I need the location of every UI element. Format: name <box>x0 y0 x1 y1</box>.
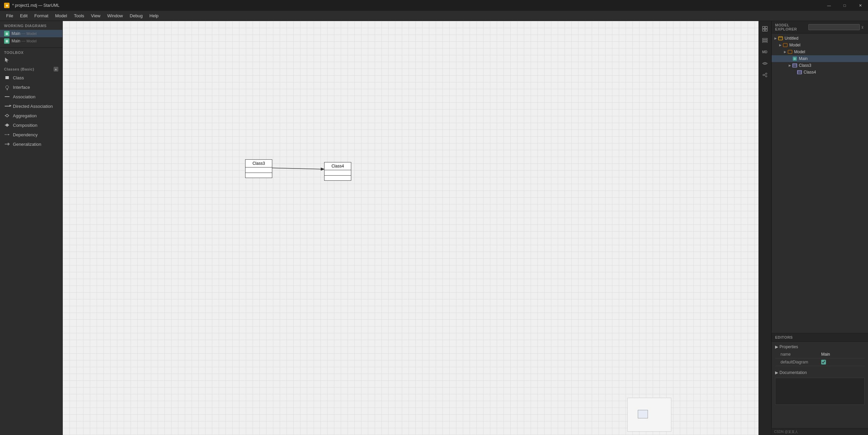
menu-window[interactable]: Window <box>104 12 126 20</box>
aggregation-icon <box>4 113 10 119</box>
diagram-icon-2: ▦ <box>4 38 9 44</box>
property-row-name: name Main <box>775 351 865 358</box>
svg-rect-24 <box>778 37 783 40</box>
tool-directed-association[interactable]: Directed Association <box>0 101 62 111</box>
layers-icon-btn[interactable] <box>760 35 770 45</box>
svg-rect-30 <box>793 64 797 67</box>
right-sidebar: MODEL EXPLORER ⊻ ▶ Untitled <box>771 21 868 435</box>
documentation-title[interactable]: ▶ Documentation <box>775 369 865 376</box>
svg-rect-13 <box>763 29 765 31</box>
menu-format[interactable]: Format <box>31 12 52 20</box>
editors-panel: EDITORS ▶ Properties name Main defaultDi… <box>772 333 868 435</box>
properties-section: ▶ Properties name Main defaultDiagram <box>772 342 868 368</box>
tool-generalization[interactable]: Generalization <box>0 139 62 149</box>
close-button[interactable]: ✕ <box>852 0 868 11</box>
classes-basic-label: Classes (Basic) <box>4 67 34 71</box>
canvas[interactable]: Class3 Class4 <box>63 21 771 435</box>
explorer-search-input[interactable] <box>808 24 860 30</box>
window-controls: — □ ✕ <box>821 0 868 11</box>
tool-aggregation[interactable]: Aggregation <box>0 111 62 120</box>
tree-node-class4[interactable]: ▶ Class4 <box>772 69 868 76</box>
properties-arrow: ▶ <box>775 344 778 349</box>
tree-node-main[interactable]: ▶ D Main <box>772 55 868 62</box>
menubar: File Edit Format Model Tools View Window… <box>0 11 868 21</box>
minimap[interactable] <box>627 398 671 432</box>
toolbox-panel: TOOLBOX Classes (Basic) ▲ <box>0 48 62 435</box>
minimap-indicator <box>638 410 648 418</box>
tool-association[interactable]: Association <box>0 92 62 101</box>
diagram-item-main2[interactable]: ▦ Main — Model <box>0 37 62 45</box>
svg-marker-3 <box>5 124 9 126</box>
cursor-tool[interactable] <box>0 56 62 64</box>
tool-composition[interactable]: Composition <box>0 120 62 130</box>
tool-association-label: Association <box>13 94 35 99</box>
composition-icon <box>4 122 10 128</box>
tree-node-untitled[interactable]: ▶ Untitled <box>772 35 868 42</box>
menu-model[interactable]: Model <box>52 12 71 20</box>
name-property-value: Main <box>821 352 865 357</box>
menu-help[interactable]: Help <box>146 12 162 20</box>
cursor-icon <box>4 57 9 63</box>
svg-rect-16 <box>763 40 767 41</box>
property-row-default-diagram: defaultDiagram <box>775 358 865 366</box>
untitled-label: Untitled <box>785 36 798 41</box>
puzzle-icon-btn[interactable] <box>760 24 770 34</box>
menu-tools[interactable]: Tools <box>71 12 87 20</box>
titlebar: ★ * project1.mdj — StarUML — □ ✕ <box>0 0 868 11</box>
svg-rect-14 <box>765 29 767 31</box>
default-diagram-checkbox[interactable] <box>821 360 826 364</box>
main-label: Main <box>799 56 808 61</box>
documentation-label: Documentation <box>780 370 807 375</box>
uml-class-class4[interactable]: Class4 <box>324 162 351 181</box>
svg-marker-6 <box>8 134 9 135</box>
arrow-untitled: ▶ <box>773 36 778 41</box>
class4-label: Class4 <box>804 70 816 75</box>
collapse-button[interactable]: ▲ <box>54 67 58 72</box>
generalization-icon <box>4 141 10 147</box>
minimize-button[interactable]: — <box>821 0 837 11</box>
menu-file[interactable]: File <box>3 12 17 20</box>
working-diagrams-header: WORKING DIAGRAMS <box>0 21 62 30</box>
main-layout: WORKING DIAGRAMS ▦ Main — Model ▦ Main —… <box>0 21 868 435</box>
uml-class-class3[interactable]: Class3 <box>245 159 272 178</box>
statusbar: CSDN @某某人 <box>771 428 868 435</box>
documentation-arrow: ▶ <box>775 370 778 375</box>
share-icon-btn[interactable] <box>760 70 770 80</box>
maximize-button[interactable]: □ <box>837 0 852 11</box>
class3-methods <box>245 173 272 178</box>
properties-title[interactable]: ▶ Properties <box>775 343 865 351</box>
tree-node-model-sub[interactable]: ▶ Model <box>772 48 868 55</box>
dependency-icon <box>4 132 10 138</box>
svg-rect-17 <box>763 42 767 43</box>
diagram-item-main1[interactable]: ▦ Main — Model <box>0 30 62 37</box>
tool-aggregation-label: Aggregation <box>13 113 37 118</box>
explorer-expand-btn[interactable]: ⊻ <box>860 25 865 29</box>
arrow-model-top: ▶ <box>778 43 783 47</box>
tool-dependency[interactable]: Dependency <box>0 130 62 139</box>
association-icon <box>4 94 10 100</box>
menu-debug[interactable]: Debug <box>126 12 146 20</box>
svg-rect-11 <box>763 26 765 28</box>
default-diagram-label: defaultDiagram <box>781 360 821 364</box>
menu-edit[interactable]: Edit <box>17 12 31 20</box>
svg-point-18 <box>764 63 766 64</box>
svg-rect-26 <box>783 43 787 47</box>
documentation-content <box>775 378 865 405</box>
tree-node-class3[interactable]: ▶ Class3 <box>772 62 868 69</box>
menu-view[interactable]: View <box>87 12 104 20</box>
icon-model-sub <box>787 49 793 55</box>
tool-composition-label: Composition <box>13 123 37 128</box>
tool-interface[interactable]: Interface <box>0 82 62 92</box>
class4-attributes <box>324 170 351 176</box>
icon-main: D <box>792 56 797 61</box>
toolbox-header: TOOLBOX <box>0 48 62 56</box>
canvas-container[interactable]: Class3 Class4 <box>63 21 771 435</box>
md-icon-btn[interactable]: MD <box>760 47 770 57</box>
classes-basic-header[interactable]: Classes (Basic) ▲ <box>0 64 62 73</box>
tree-node-model-top[interactable]: ▶ Model <box>772 42 868 48</box>
tool-class[interactable]: Class <box>0 73 62 82</box>
eye-icon-btn[interactable] <box>760 58 770 68</box>
name-property-label: name <box>781 352 821 357</box>
icon-untitled <box>778 36 783 41</box>
statusbar-text: CSDN @某某人 <box>774 430 798 434</box>
